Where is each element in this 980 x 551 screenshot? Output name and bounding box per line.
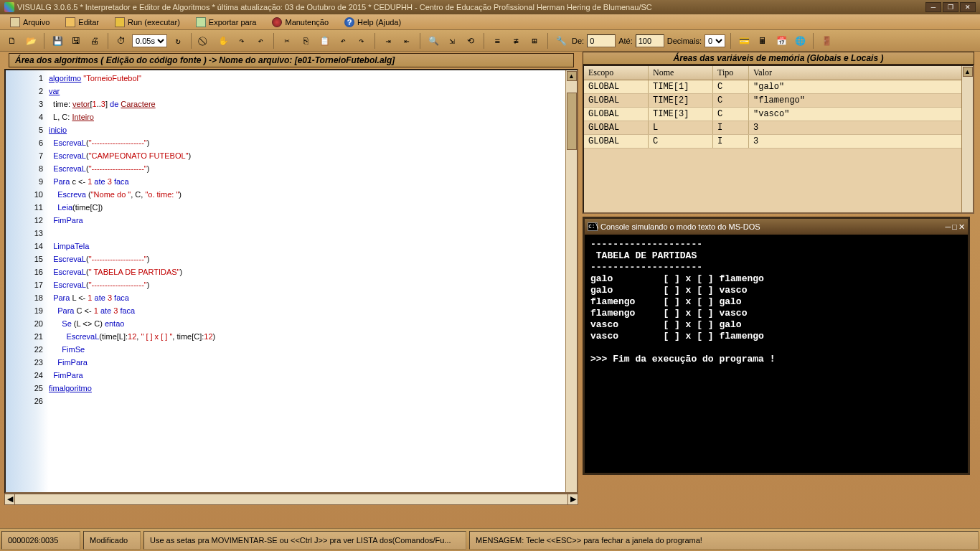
globe-icon[interactable]: 🌐 — [792, 33, 808, 49]
decimais-label: Decimais: — [667, 37, 702, 45]
restore-button[interactable]: ❐ — [943, 2, 958, 12]
stop-button[interactable]: ⃠ — [197, 33, 212, 49]
maintenance-icon — [272, 17, 282, 27]
status-bar: 0000026:0035 Modificado Use as setas pra… — [0, 528, 980, 551]
toolbar: 🗋 📂 💾 🖫 🖨 ⏱ 0.05s ↻ ⃠ ✋ ↷ ↶ ✂ ⎘ 📋 ↶ ↷ ⇥ … — [0, 30, 980, 52]
open-button[interactable]: 📂 — [23, 33, 39, 49]
console-body[interactable]: -------------------- TABELA DE PARTIDAS … — [585, 235, 968, 473]
vars-table: Escopo Nome Tipo Valor GLOBALTIME[1]C"ga… — [583, 65, 974, 214]
console-window: c:\ Console simulando o modo texto do MS… — [583, 217, 970, 475]
vars-scrollbar[interactable]: ▲ — [961, 66, 973, 212]
redo-button[interactable]: ↷ — [354, 33, 369, 49]
scroll-up-icon[interactable]: ▲ — [567, 71, 577, 81]
ate-label: Até: — [618, 37, 633, 45]
unindent-button[interactable]: ⇤ — [399, 33, 415, 49]
calc-icon[interactable]: 🖩 — [755, 33, 771, 49]
horizontal-scrollbar[interactable]: ◀ ▶ — [4, 494, 578, 505]
menu-run[interactable]: Run (executar) — [110, 16, 184, 29]
menu-exportar[interactable]: Exportar para — [192, 16, 261, 29]
console-maximize-button[interactable]: □ — [952, 222, 957, 232]
status-state: Modificado — [83, 531, 141, 550]
minimize-button[interactable]: ─ — [925, 2, 941, 12]
console-minimize-button[interactable]: ─ — [946, 222, 951, 232]
menu-bar: Arquivo Editar Run (executar) Exportar p… — [0, 14, 980, 30]
menu-help[interactable]: ?Help (Ajuda) — [340, 16, 405, 29]
export-icon — [196, 17, 206, 27]
line-gutter: 1234567891011121314151617181920212223242… — [6, 70, 49, 492]
close-button[interactable]: ✕ — [960, 2, 976, 12]
print-button[interactable]: 🖨 — [87, 33, 103, 49]
scroll-left-icon[interactable]: ◀ — [5, 494, 15, 504]
code-lines[interactable]: algoritmo "TorneioFutebol"var time: veto… — [49, 70, 577, 492]
title-bar: VISUALG 3.0.6.5 * Interpretador e Editor… — [0, 0, 980, 14]
console-title-text: Console simulando o modo texto do MS-DOS — [600, 222, 760, 231]
var-row[interactable]: GLOBALTIME[1]C"galo" — [584, 80, 973, 94]
cut-button[interactable]: ✂ — [279, 33, 295, 49]
card-icon[interactable]: 💳 — [736, 33, 752, 49]
app-icon — [4, 2, 14, 12]
exit-icon[interactable]: 🚪 — [819, 33, 834, 49]
status-hint: Use as setas pra MOVIMENTAR-SE ou <<Ctrl… — [143, 531, 466, 550]
copy-button[interactable]: ⎘ — [298, 33, 314, 49]
settings-icon[interactable]: 🔧 — [553, 33, 569, 49]
var-row[interactable]: GLOBALCI3 — [584, 135, 973, 149]
status-msg: MENSAGEM: Tecle <<ESC>> para fechar a ja… — [469, 531, 979, 550]
step-over-button[interactable]: ↶ — [253, 33, 268, 49]
run-icon — [115, 17, 125, 27]
save-button[interactable]: 💾 — [50, 33, 65, 49]
menu-arquivo[interactable]: Arquivo — [6, 16, 54, 29]
col-nome[interactable]: Nome — [649, 66, 713, 80]
save-as-button[interactable]: 🖫 — [68, 33, 84, 49]
de-input[interactable] — [587, 34, 616, 47]
console-icon: c:\ — [588, 222, 598, 231]
code-editor[interactable]: 1234567891011121314151617181920212223242… — [4, 69, 578, 494]
step-button[interactable]: ↷ — [234, 33, 250, 49]
var-row[interactable]: GLOBALLI3 — [584, 121, 973, 135]
scroll-right-icon[interactable]: ▶ — [567, 494, 578, 504]
scroll-thumb[interactable] — [567, 93, 577, 150]
find-button[interactable]: 🔍 — [425, 33, 441, 49]
hand-button[interactable]: ✋ — [215, 33, 231, 49]
help-icon: ? — [344, 17, 354, 27]
scroll-up-icon[interactable]: ▲ — [963, 67, 973, 77]
console-titlebar[interactable]: c:\ Console simulando o modo texto do MS… — [585, 219, 968, 235]
edit-icon — [65, 17, 75, 27]
timer-icon[interactable]: ⏱ — [113, 33, 129, 49]
undo-button[interactable]: ↶ — [335, 33, 351, 49]
console-close-button[interactable]: ✕ — [958, 222, 965, 232]
var-row[interactable]: GLOBALTIME[3]C"vasco" — [584, 108, 973, 121]
menu-manutencao[interactable]: Manutenção — [268, 16, 333, 29]
de-label: De: — [572, 37, 584, 45]
indent-button[interactable]: ⇥ — [380, 33, 396, 49]
vars-table-head: Escopo Nome Tipo Valor — [584, 66, 973, 80]
paste-button[interactable]: 📋 — [316, 33, 332, 49]
col-tipo[interactable]: Tipo — [713, 66, 749, 80]
replace-button[interactable]: ⟲ — [463, 33, 479, 49]
menu-editar[interactable]: Editar — [61, 16, 103, 29]
decimais-select[interactable]: 0 — [705, 34, 725, 47]
vertical-scrollbar[interactable]: ▲ — [565, 70, 577, 492]
editor-header: Área dos algoritmos ( Edição do código f… — [9, 53, 574, 67]
tempo-select[interactable]: 0.05s — [132, 34, 167, 47]
var-row[interactable]: GLOBALTIME[2]C"flamengo" — [584, 94, 973, 108]
title-text: VISUALG 3.0.6.5 * Interpretador e Editor… — [17, 3, 652, 11]
new-button[interactable]: 🗋 — [4, 33, 20, 49]
refresh-button[interactable]: ↻ — [170, 33, 186, 49]
uncomment-button[interactable]: ≢ — [508, 33, 524, 49]
ate-input[interactable] — [636, 34, 664, 47]
calendar-icon[interactable]: 📅 — [773, 33, 789, 49]
toggle-button[interactable]: ⊞ — [527, 33, 542, 49]
status-pos: 0000026:0035 — [1, 531, 80, 550]
comment-button[interactable]: ≡ — [489, 33, 505, 49]
file-icon — [10, 17, 20, 27]
find-next-button[interactable]: ⇲ — [444, 33, 460, 49]
col-escopo[interactable]: Escopo — [584, 66, 649, 80]
col-valor[interactable]: Valor — [749, 66, 973, 80]
vars-header: Áreas das variáveis de memória (Globais … — [583, 52, 974, 65]
